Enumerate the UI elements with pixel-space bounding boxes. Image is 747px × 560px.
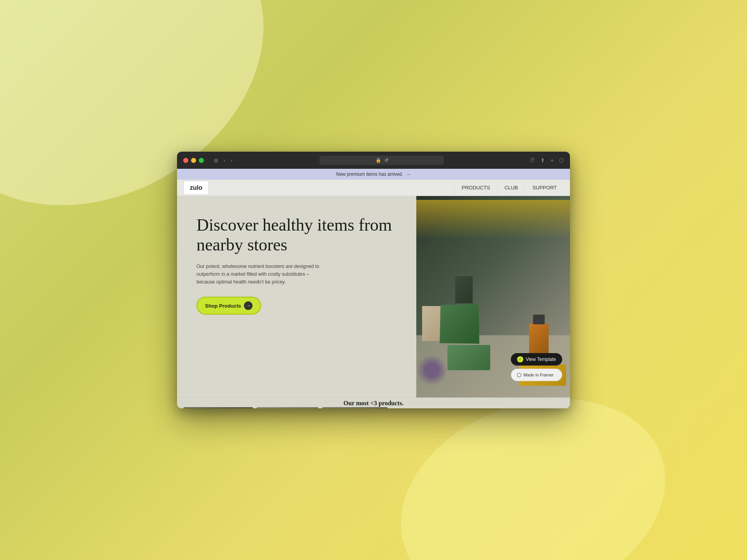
framer-icon: ⬡ — [517, 372, 521, 378]
address-bar-container: 🔒 ↺ — [239, 156, 525, 165]
hero-subtitle: Our potent, wholesome nutrient boosters … — [196, 262, 329, 286]
nav-support[interactable]: SUPPORT — [525, 180, 564, 196]
view-template-button[interactable]: ✓ View Template — [511, 353, 562, 366]
nav-products-label: PRODUCTS — [462, 185, 490, 191]
site-logo[interactable]: zulo — [183, 181, 209, 195]
maximize-button[interactable] — [199, 158, 204, 163]
hero-left: Discover healthy items from nearby store… — [177, 196, 416, 397]
made-in-framer-label: Made in Framer — [523, 373, 554, 377]
nav-links: PRODUCTS CLUB SUPPORT — [454, 180, 564, 196]
close-button[interactable] — [183, 158, 188, 163]
browser-toolbar: ⊞ ‹ › 🔒 ↺ ⏱ ⬆ + ⬡ — [177, 152, 570, 169]
product-cylinder — [455, 276, 473, 303]
hero-title: Discover healthy items from nearby store… — [196, 215, 401, 255]
share-icon[interactable]: ⬆ — [540, 157, 545, 163]
shop-btn-arrow-icon: → — [244, 301, 253, 310]
browser-window: ⊞ ‹ › 🔒 ↺ ⏱ ⬆ + ⬡ New premium items has … — [177, 152, 570, 408]
nav-products[interactable]: PRODUCTS — [454, 180, 497, 196]
security-icon: 🔒 — [375, 158, 381, 163]
sidebar-toggle-icon[interactable]: ⊞ — [212, 157, 220, 164]
extensions-icon[interactable]: ⬡ — [559, 157, 564, 163]
site-nav: zulo PRODUCTS CLUB SUPPORT — [177, 180, 570, 196]
nav-club-label: CLUB — [505, 185, 518, 191]
address-bar[interactable]: 🔒 ↺ — [319, 156, 444, 165]
check-icon: ✓ — [517, 356, 523, 362]
flowers-purple — [416, 355, 447, 386]
traffic-lights — [183, 158, 204, 163]
made-in-framer-button[interactable]: ⬡ Made in Framer — [511, 369, 562, 381]
product-green-cube — [440, 304, 479, 344]
products-heading-text: Our most <3 products. — [344, 400, 403, 407]
floating-buttons: ✓ View Template ⬡ Made in Framer — [511, 353, 562, 381]
announcement-bar: New premium items has arrived. → — [177, 169, 570, 180]
view-template-label: View Template — [526, 357, 556, 362]
product-bottle-cap — [533, 315, 545, 324]
reload-icon[interactable]: ↺ — [384, 158, 388, 163]
flowers-yellow — [416, 200, 570, 239]
browser-nav-buttons: ⊞ ‹ › — [212, 157, 234, 164]
new-tab-icon[interactable]: + — [551, 157, 554, 163]
nav-club[interactable]: CLUB — [497, 180, 525, 196]
product-card-2[interactable] — [256, 407, 319, 408]
shop-products-button[interactable]: Shop Products → — [196, 297, 261, 315]
product-card-3[interactable] — [322, 407, 388, 408]
history-icon[interactable]: ⏱ — [530, 157, 535, 163]
forward-button[interactable]: › — [229, 157, 234, 164]
nav-support-label: SUPPORT — [532, 185, 557, 191]
minimize-button[interactable] — [191, 158, 196, 163]
announcement-arrow: → — [406, 172, 411, 177]
shop-btn-label: Shop Products — [205, 303, 241, 309]
products-section-heading: Our most <3 products. — [177, 397, 570, 408]
browser-right-actions: ⏱ ⬆ + ⬡ — [530, 157, 564, 163]
announcement-text: New premium items has arrived. — [336, 172, 403, 177]
product-sponge-green — [447, 345, 490, 370]
back-button[interactable]: ‹ — [222, 157, 227, 164]
product-card-1[interactable] — [183, 407, 253, 408]
